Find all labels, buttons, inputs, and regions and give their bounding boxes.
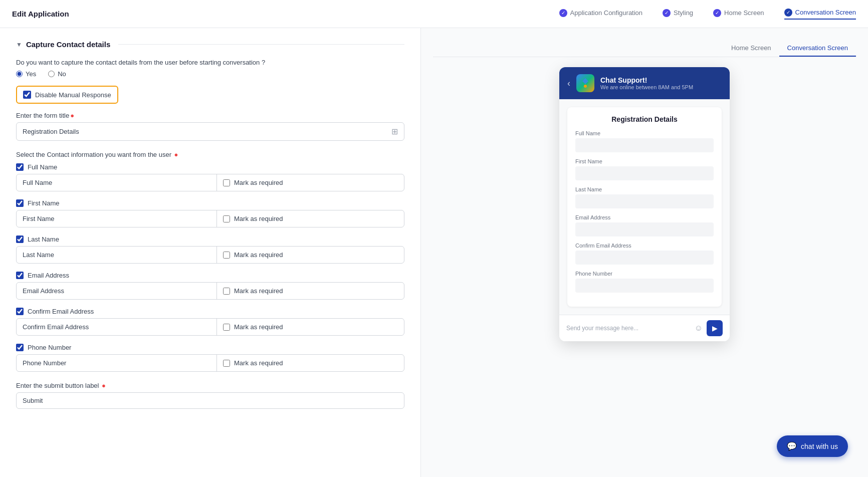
field-item-email-address: Email Address Email Address Mark as requ… [16, 272, 404, 300]
tab-conversation-screen[interactable]: Conversation Screen [779, 40, 856, 57]
field-label-confirm-email: Confirm Email Address [28, 308, 94, 315]
field-label-last-name: Last Name [28, 235, 59, 243]
form-title-input[interactable] [23, 128, 391, 135]
preview-tabs: Home Screen Conversation Screen [433, 40, 856, 57]
chat-send-button[interactable]: ▶ [707, 320, 723, 336]
chat-message-placeholder: Send your message here... [566, 325, 691, 332]
nav-step-app-config[interactable]: ✓ Application Configuration [559, 9, 643, 20]
field-label-email: Email Address [28, 272, 69, 279]
preview-field-phone: Phone Number [575, 271, 714, 293]
field-checkbox-first-name[interactable] [16, 199, 24, 207]
field-label-full-name: Full Name [28, 163, 57, 171]
field-input-row-last-name: Last Name Mark as required [16, 246, 404, 264]
field-checkbox-last-name[interactable] [16, 235, 24, 243]
form-title-label: Enter the form title● [16, 112, 404, 119]
chat-back-icon[interactable]: ‹ [567, 78, 570, 89]
field-input-right-confirm-email: Mark as required [217, 319, 404, 335]
avatar-icon [579, 77, 591, 89]
field-input-row-phone: Phone Number Mark as required [16, 354, 404, 372]
preview-field-confirm-email: Confirm Email Address [575, 243, 714, 265]
nav-step-home-screen[interactable]: ✓ Home Screen [713, 9, 764, 20]
field-input-right-phone: Mark as required [217, 355, 404, 371]
required-dot-contact: ● [172, 151, 178, 158]
field-item-last-name: Last Name Last Name Mark as required [16, 235, 404, 264]
form-title-section: Enter the form title● ⊞ [16, 112, 404, 141]
main-layout: ▼ Capture Contact details Do you want to… [0, 28, 868, 477]
radio-no-input[interactable] [48, 71, 55, 77]
submit-label-label: Enter the submit button label ● [16, 382, 404, 389]
mark-required-checkbox-email[interactable] [223, 288, 230, 295]
field-checkbox-row-confirm-email: Confirm Email Address [16, 308, 404, 315]
mark-required-checkbox-last-name[interactable] [223, 252, 230, 259]
field-input-right-last-name: Mark as required [217, 247, 404, 263]
mark-required-checkbox-first-name[interactable] [223, 215, 230, 222]
header: Edit Application ✓ Application Configura… [0, 0, 868, 28]
field-checkbox-full-name[interactable] [16, 163, 24, 171]
preview-field-label-1: First Name [575, 158, 714, 164]
field-checkbox-email[interactable] [16, 272, 24, 279]
chat-with-us-label: chat with us [801, 442, 838, 450]
check-icon-styling: ✓ [663, 9, 671, 17]
section-title: Capture Contact details [26, 40, 110, 49]
preview-field-input-2 [575, 194, 714, 208]
field-checkbox-row-last-name: Last Name [16, 235, 404, 243]
chat-header-name: Chat Support! [600, 76, 722, 84]
radio-yes-input[interactable] [16, 71, 23, 77]
preview-field-first-name: First Name [575, 158, 714, 180]
chat-avatar [576, 74, 594, 92]
field-checkbox-row-phone: Phone Number [16, 344, 404, 351]
preview-field-input-3 [575, 222, 714, 236]
preview-field-last-name: Last Name [575, 186, 714, 208]
form-title-input-wrapper: ⊞ [16, 122, 404, 141]
nav-step-conversation-screen[interactable]: ✓ Conversation Screen [784, 9, 856, 20]
field-label-first-name: First Name [28, 199, 60, 207]
chat-body: Registration Details Full Name First Nam… [559, 99, 730, 315]
field-label-phone: Phone Number [28, 344, 71, 351]
field-checkbox-confirm-email[interactable] [16, 308, 24, 315]
submit-input[interactable] [23, 397, 398, 404]
check-icon-conversation-screen: ✓ [784, 9, 792, 17]
radio-no-label[interactable]: No [48, 70, 66, 78]
tab-home-screen[interactable]: Home Screen [723, 40, 779, 57]
capture-question-text: Do you want to capture the contact detai… [16, 59, 404, 66]
registration-card-title: Registration Details [575, 115, 714, 123]
chat-widget: ‹ Chat Support! We are online between 8A… [559, 67, 730, 341]
left-panel: ▼ Capture Contact details Do you want to… [0, 28, 421, 477]
field-input-row-full-name: Full Name Mark as required [16, 174, 404, 191]
field-checkbox-row-first-name: First Name [16, 199, 404, 207]
field-checkbox-phone[interactable] [16, 344, 24, 351]
field-input-value-last-name: Last Name [17, 247, 217, 263]
check-icon-app-config: ✓ [559, 9, 567, 17]
svg-point-0 [584, 85, 587, 88]
registration-card: Registration Details Full Name First Nam… [567, 107, 722, 307]
preview-field-input-5 [575, 279, 714, 293]
disable-manual-label: Disable Manual Response [35, 91, 111, 99]
radio-yes-label[interactable]: Yes [16, 70, 36, 78]
chat-with-us-button[interactable]: 💬 chat with us [777, 435, 848, 457]
field-input-right-email: Mark as required [217, 283, 404, 299]
page-title: Edit Application [12, 10, 69, 18]
field-input-row-first-name: First Name Mark as required [16, 210, 404, 227]
preview-field-input-0 [575, 138, 714, 152]
mark-required-checkbox-confirm-email[interactable] [223, 324, 230, 331]
field-input-right-first-name: Mark as required [217, 210, 404, 227]
required-dot-title: ● [70, 112, 74, 119]
section-collapse-icon[interactable]: ▼ [16, 41, 22, 48]
mark-required-checkbox-full-name[interactable] [223, 179, 230, 186]
required-dot-submit: ● [100, 382, 106, 389]
chat-header: ‹ Chat Support! We are online between 8A… [559, 67, 730, 99]
emoji-icon[interactable]: ☺ [695, 324, 703, 333]
field-item-full-name: Full Name Full Name Mark as required [16, 163, 404, 191]
field-input-row-email: Email Address Mark as required [16, 282, 404, 300]
preview-field-label-2: Last Name [575, 186, 714, 192]
preview-field-input-4 [575, 251, 714, 265]
contact-select-label: Select the Contact information you want … [16, 151, 404, 158]
nav-steps: ✓ Application Configuration ✓ Styling ✓ … [559, 9, 856, 20]
disable-manual-box: Disable Manual Response [16, 86, 118, 104]
mark-required-checkbox-phone[interactable] [223, 360, 230, 367]
field-item-first-name: First Name First Name Mark as required [16, 199, 404, 227]
field-checkbox-row-email: Email Address [16, 272, 404, 279]
nav-step-styling[interactable]: ✓ Styling [663, 9, 693, 20]
disable-manual-checkbox[interactable] [23, 91, 31, 99]
field-item-phone-number: Phone Number Phone Number Mark as requir… [16, 344, 404, 372]
